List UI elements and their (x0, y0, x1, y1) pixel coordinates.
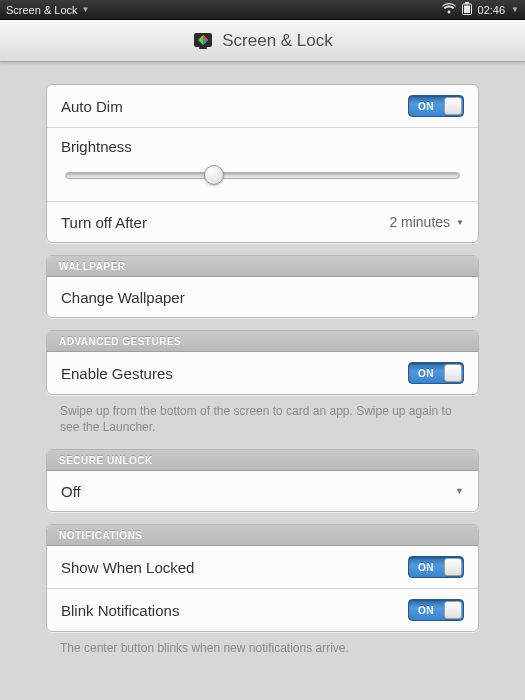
toggle-knob (444, 558, 462, 576)
enable-gestures-label: Enable Gestures (61, 365, 173, 382)
gestures-group: ADVANCED GESTURES Enable Gestures ON (46, 330, 479, 395)
chevron-down-icon: ▼ (455, 486, 464, 496)
statusbar-app-name: Screen & Lock (6, 4, 78, 16)
notifications-hint: The center button blinks when new notifi… (46, 636, 479, 658)
toggle-knob (444, 97, 462, 115)
statusbar-clock[interactable]: 02:46 (478, 4, 506, 16)
enable-gestures-row: Enable Gestures ON (47, 352, 478, 394)
turn-off-after-value: 2 minutes (389, 214, 450, 230)
auto-dim-toggle[interactable]: ON (408, 95, 464, 117)
secure-unlock-value: Off (61, 483, 81, 500)
wallpaper-header: WALLPAPER (47, 256, 478, 277)
show-when-locked-label: Show When Locked (61, 559, 194, 576)
toggle-on-label: ON (409, 368, 444, 379)
secure-unlock-header: SECURE UNLOCK (47, 450, 478, 471)
auto-dim-label: Auto Dim (61, 98, 123, 115)
blink-notifications-label: Blink Notifications (61, 602, 179, 619)
gestures-hint: Swipe up from the bottom of the screen t… (46, 399, 479, 437)
toggle-knob (444, 601, 462, 619)
secure-unlock-group: SECURE UNLOCK Off ▼ (46, 449, 479, 512)
page-header: Screen & Lock (0, 20, 525, 62)
chevron-down-icon: ▼ (82, 5, 90, 14)
page-title: Screen & Lock (222, 31, 333, 51)
show-when-locked-toggle[interactable]: ON (408, 556, 464, 578)
wifi-icon (442, 3, 456, 16)
svg-rect-7 (199, 47, 207, 49)
toggle-on-label: ON (409, 101, 444, 112)
secure-unlock-select[interactable]: Off ▼ (47, 471, 478, 511)
chevron-down-icon: ▼ (456, 218, 464, 227)
change-wallpaper-row[interactable]: Change Wallpaper (47, 277, 478, 317)
settings-content: Auto Dim ON Brightness Turn off After 2 … (0, 62, 525, 659)
slider-track (65, 172, 460, 179)
display-group: Auto Dim ON Brightness Turn off After 2 … (46, 84, 479, 243)
screen-lock-app-icon (192, 30, 214, 52)
show-when-locked-row: Show When Locked ON (47, 546, 478, 589)
statusbar-app-menu[interactable]: Screen & Lock ▼ (6, 4, 89, 16)
svg-rect-2 (464, 6, 470, 14)
auto-dim-row: Auto Dim ON (47, 85, 478, 128)
gestures-header: ADVANCED GESTURES (47, 331, 478, 352)
change-wallpaper-label: Change Wallpaper (61, 289, 185, 306)
status-bar: Screen & Lock ▼ 02:46 ▼ (0, 0, 525, 20)
blink-notifications-toggle[interactable]: ON (408, 599, 464, 621)
brightness-label: Brightness (61, 138, 464, 155)
toggle-on-label: ON (409, 562, 444, 573)
chevron-down-icon: ▼ (511, 5, 519, 14)
turn-off-after-row[interactable]: Turn off After 2 minutes ▼ (47, 202, 478, 242)
blink-notifications-row: Blink Notifications ON (47, 589, 478, 631)
notifications-header: NOTIFICATIONS (47, 525, 478, 546)
toggle-on-label: ON (409, 605, 444, 616)
wallpaper-group: WALLPAPER Change Wallpaper (46, 255, 479, 318)
slider-thumb[interactable] (204, 165, 224, 185)
notifications-group: NOTIFICATIONS Show When Locked ON Blink … (46, 524, 479, 632)
turn-off-after-label: Turn off After (61, 214, 147, 231)
toggle-knob (444, 364, 462, 382)
enable-gestures-toggle[interactable]: ON (408, 362, 464, 384)
brightness-slider[interactable] (61, 165, 464, 185)
battery-icon (462, 2, 472, 17)
brightness-row: Brightness (47, 128, 478, 202)
